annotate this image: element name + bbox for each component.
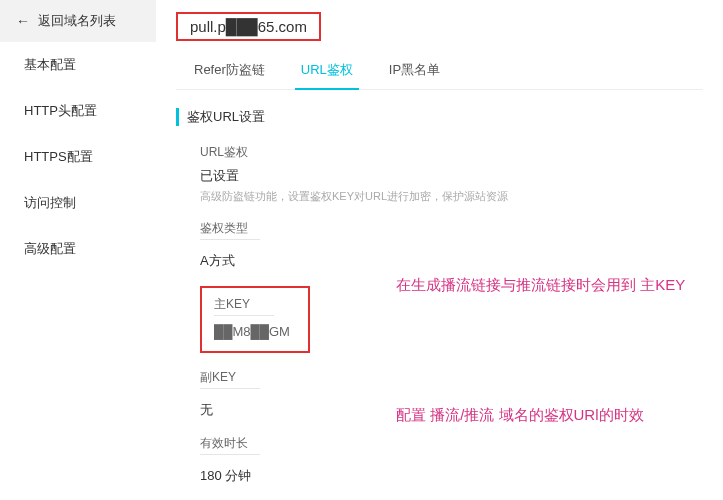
section-title: 鉴权URL设置: [176, 108, 703, 126]
annotation-ttl: 配置 播流/推流 域名的鉴权URl的时效: [396, 406, 644, 425]
sidebar-item-access[interactable]: 访问控制: [0, 180, 156, 226]
sidebar-item-https[interactable]: HTTPS配置: [0, 134, 156, 180]
back-label: 返回域名列表: [38, 12, 116, 30]
annotation-key: 在生成播流链接与推流链接时会用到 主KEY: [396, 276, 685, 295]
back-button[interactable]: ← 返回域名列表: [0, 0, 156, 42]
tab-ip-blacklist[interactable]: IP黑名单: [371, 51, 458, 89]
main-key-label: 主KEY: [214, 296, 274, 316]
field-ttl: 有效时长 180 分钟: [176, 435, 703, 485]
url-auth-label: URL鉴权: [200, 144, 703, 161]
auth-type-value: A方式: [200, 252, 703, 270]
url-auth-desc: 高级防盗链功能，设置鉴权KEY对URL进行加密，保护源站资源: [200, 189, 703, 204]
main-key-value: ██M8██GM: [214, 324, 296, 339]
sidebar-item-http[interactable]: HTTP头配置: [0, 88, 156, 134]
url-auth-value: 已设置: [200, 167, 703, 185]
ttl-label: 有效时长: [200, 435, 260, 455]
field-auth-type: 鉴权类型 A方式: [176, 220, 703, 270]
domain-name: pull.p███65.com: [176, 12, 321, 41]
sidebar-item-basic[interactable]: 基本配置: [0, 42, 156, 88]
tabs: Refer防盗链 URL鉴权 IP黑名单: [176, 51, 703, 90]
arrow-left-icon: ←: [16, 13, 30, 29]
auth-type-label: 鉴权类型: [200, 220, 260, 240]
field-url-auth: URL鉴权 已设置 高级防盗链功能，设置鉴权KEY对URL进行加密，保护源站资源: [176, 144, 703, 204]
tab-url-auth[interactable]: URL鉴权: [283, 51, 371, 89]
ttl-value: 180 分钟: [200, 467, 703, 485]
tab-refer[interactable]: Refer防盗链: [176, 51, 283, 89]
main-key-box: 主KEY ██M8██GM: [200, 286, 310, 353]
sub-key-label: 副KEY: [200, 369, 260, 389]
sidebar-item-advanced[interactable]: 高级配置: [0, 226, 156, 272]
